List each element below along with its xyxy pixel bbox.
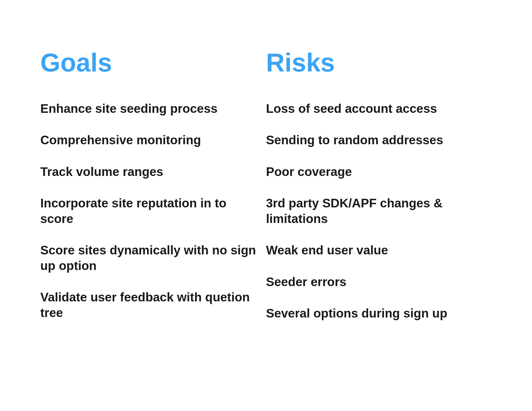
goal-item-6: Validate user feedback with quetion tree — [40, 290, 261, 320]
goal-item-1: Enhance site seeding process — [40, 101, 261, 117]
risks-column: Risks Loss of seed account access Sendin… — [266, 48, 492, 384]
risk-item-3: Poor coverage — [266, 164, 486, 180]
risk-item-7: Several options during sign up — [266, 306, 486, 321]
risk-item-1: Loss of seed account access — [266, 101, 486, 117]
goal-item-4: Incorporate site reputation in to score — [40, 196, 261, 226]
goal-item-2: Comprehensive monitoring — [40, 132, 261, 148]
risk-item-6: Seeder errors — [266, 274, 486, 290]
goal-item-5: Score sites dynamically with no sign up … — [40, 243, 261, 273]
risks-title: Risks — [266, 48, 492, 77]
goals-title: Goals — [40, 48, 266, 77]
goals-column: Goals Enhance site seeding process Compr… — [40, 48, 266, 384]
risk-item-5: Weak end user value — [266, 243, 486, 258]
risk-item-2: Sending to random addresses — [266, 132, 486, 148]
page-container: Goals Enhance site seeding process Compr… — [0, 0, 532, 411]
goal-item-3: Track volume ranges — [40, 164, 261, 180]
risk-item-4: 3rd party SDK/APF changes & limitations — [266, 196, 486, 226]
